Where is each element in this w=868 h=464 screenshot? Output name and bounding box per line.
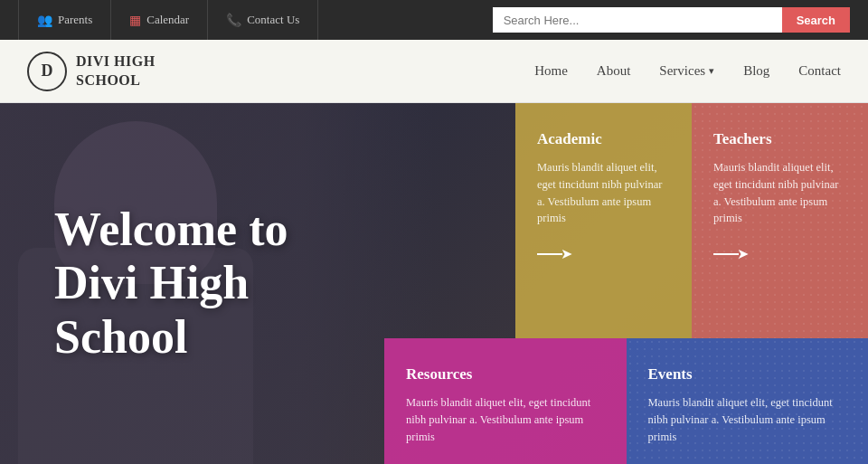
nav-services[interactable]: Services	[659, 63, 714, 79]
logo[interactable]: D DIVI HIGH SCHOOL	[27, 52, 156, 91]
cards-top-row: Academic Mauris blandit aliquet elit, eg…	[515, 103, 868, 338]
teachers-text: Mauris blandit aliquet elit, eget tincid…	[713, 159, 846, 227]
teachers-title: Teachers	[713, 130, 846, 148]
hero-content: Welcome to Divi High School	[54, 203, 288, 365]
calendar-link[interactable]: ▦ Calendar	[111, 0, 208, 40]
parents-label: Parents	[58, 13, 92, 27]
search-button[interactable]: Search	[782, 7, 850, 33]
contact-label: Contact Us	[247, 13, 299, 27]
events-text: Mauris blandit aliquet elit, eget tincid…	[648, 394, 847, 445]
resources-title: Resources	[406, 365, 605, 384]
nav-links: Home About Services Blog Contact	[534, 63, 841, 79]
card-teachers[interactable]: Teachers Mauris blandit aliquet elit, eg…	[692, 103, 868, 338]
events-title: Events	[648, 365, 847, 384]
academic-arrow[interactable]: ➤	[537, 245, 670, 262]
card-events[interactable]: Events Mauris blandit aliquet elit, eget…	[627, 338, 869, 464]
card-resources[interactable]: Resources Mauris blandit aliquet elit, e…	[384, 338, 627, 464]
calendar-label: Calendar	[146, 13, 189, 27]
resources-text: Mauris blandit aliquet elit, eget tincid…	[406, 394, 605, 445]
nav-about[interactable]: About	[597, 63, 631, 79]
top-bar: 👥 Parents ▦ Calendar 📞 Contact Us Search	[0, 0, 868, 40]
calendar-icon: ▦	[129, 13, 141, 28]
card-academic[interactable]: Academic Mauris blandit aliquet elit, eg…	[515, 103, 692, 338]
search-input[interactable]	[493, 7, 782, 33]
nav-contact[interactable]: Contact	[798, 63, 841, 79]
cards-bottom-row: Resources Mauris blandit aliquet elit, e…	[384, 338, 868, 464]
academic-text: Mauris blandit aliquet elit, eget tincid…	[537, 159, 670, 227]
academic-title: Academic	[537, 130, 670, 148]
parents-icon: 👥	[37, 13, 52, 28]
hero-title: Welcome to Divi High School	[54, 203, 288, 365]
search-form: Search	[493, 7, 850, 33]
hero-section: Welcome to Divi High School Academic Mau…	[0, 103, 868, 464]
logo-text: DIVI HIGH SCHOOL	[76, 52, 156, 90]
nav-home[interactable]: Home	[534, 63, 568, 79]
logo-circle: D	[27, 52, 67, 91]
phone-icon: 📞	[226, 13, 241, 28]
teachers-arrow[interactable]: ➤	[713, 245, 846, 262]
nav-bar: D DIVI HIGH SCHOOL Home About Services B…	[0, 40, 868, 103]
parents-link[interactable]: 👥 Parents	[18, 0, 111, 40]
nav-blog[interactable]: Blog	[743, 63, 769, 79]
contact-link[interactable]: 📞 Contact Us	[208, 0, 318, 40]
cards-overlay: Academic Mauris blandit aliquet elit, eg…	[515, 103, 868, 464]
